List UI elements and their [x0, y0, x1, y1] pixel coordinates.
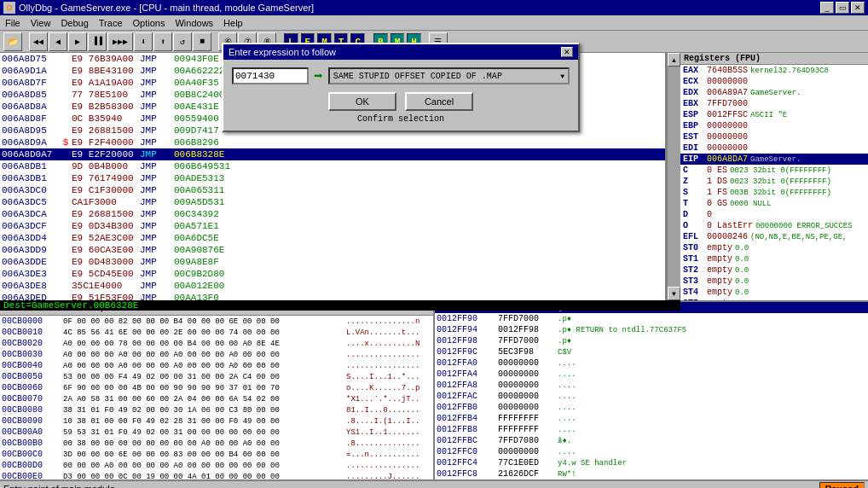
tb-step-back[interactable]: ◀ [49, 32, 67, 51]
restore-button[interactable]: ▭ [836, 2, 849, 14]
disasm-row[interactable]: 006A3DD4 E9 52AE3C00 JMP 00A6DC5E [0, 232, 665, 244]
disasm-row[interactable]: 006A3DE8 35C1E4000 JMP 00A012E00 [0, 280, 665, 292]
register-row[interactable]: EBX 7FFD7000 [680, 98, 868, 109]
menu-view[interactable]: View [26, 15, 56, 30]
stack-row[interactable]: 0012FFB8 FFFFFFFF .... [435, 424, 868, 435]
scroll-down[interactable]: ▼ [668, 287, 680, 300]
disasm-row[interactable]: 006A3DB1 E9 76174900 JMP 00ADE5313 [0, 172, 665, 184]
disasm-row[interactable]: 006A8D0A7 E9 E2F20000 JMP 006B8328E [0, 148, 665, 160]
hex-view[interactable]: 00CB0000 0F 00 00 00 82 00 00 00 B4 00 0… [0, 316, 433, 479]
hex-row[interactable]: 00CB0000 0F 00 00 00 82 00 00 00 B4 00 0… [0, 316, 433, 327]
register-row[interactable]: T 0 GS 0000 NULL [680, 198, 868, 209]
stack-panel[interactable]: 0012FF80 C764D3C45 [E 0012FF90 7FFD7000 … [435, 302, 868, 479]
scroll-up[interactable]: ▲ [668, 53, 680, 67]
hex-row[interactable]: 00CB00E0 D3 00 00 00 0C 00 19 00 00 4A 0… [0, 471, 433, 479]
disasm-scrollbar[interactable]: ▲ ▼ [667, 53, 680, 300]
hex-row[interactable]: 00CB0010 4C 85 56 41 6E 00 00 00 2E 00 0… [0, 327, 433, 338]
register-row[interactable]: EFL 00000246 (NO,NB,E,BE,NS,PE,GE, [680, 231, 868, 242]
close-button[interactable]: ✕ [851, 2, 865, 14]
menu-file[interactable]: File [0, 15, 26, 30]
ok-button[interactable]: OK [328, 92, 396, 111]
stack-row[interactable]: 0012FF98 7FFD7000 .p♦ [435, 335, 868, 346]
disasm-row[interactable]: 006A3DED E9 51F53F00 JMP 00AA13F0 [0, 292, 665, 300]
stack-row[interactable]: 0012FFB0 00000000 .... [435, 402, 868, 413]
hex-row[interactable]: 00CB0090 10 38 01 00 00 F0 49 02 28 31 0… [0, 415, 433, 427]
register-row[interactable]: ST4 empty 0.0 [680, 287, 868, 298]
register-row[interactable]: ECX 00000000 [680, 76, 868, 87]
stack-row[interactable]: 0012FFA8 00000000 .... [435, 380, 868, 391]
stack-row[interactable]: 0012FFA4 00000000 .... [435, 369, 868, 380]
register-row[interactable]: ST1 empty 0.0 [680, 253, 868, 264]
tb-stop[interactable]: ■ [193, 32, 211, 51]
stack-row[interactable]: 0012FF9C 5EC3F98 C$V [435, 346, 868, 357]
disasm-operand: 006B8296 [174, 137, 219, 148]
disasm-row[interactable]: 006A3DD9 E9 60CA3E00 JMP 00A90876E [0, 244, 665, 256]
stack-row[interactable]: 0012FFC4 77C1E0ED y4.w SE handler [435, 457, 868, 468]
hex-row[interactable]: 00CB00B0 00 38 00 00 00 00 00 00 00 00 A… [0, 438, 433, 449]
stack-row[interactable]: 0012FFC0 00000000 .... [435, 446, 868, 457]
cancel-button[interactable]: Cancel [405, 92, 473, 111]
menu-help[interactable]: Help [218, 15, 248, 30]
stack-row[interactable]: 0012FFBC 7FFD7080 â♦. [435, 435, 868, 446]
hex-row[interactable]: 00CB0070 2A A0 58 31 00 00 60 00 2A 04 0… [0, 393, 433, 404]
tb-step-over[interactable]: ▶▶▶ [107, 32, 133, 51]
expression-input[interactable] [232, 67, 309, 84]
stack-view[interactable]: 0012FF80 C764D3C45 [E 0012FF90 7FFD7000 … [435, 302, 868, 479]
menu-windows[interactable]: Windows [170, 15, 218, 30]
tb-restart[interactable]: ↺ [173, 32, 192, 51]
register-row[interactable]: C 0 ES 0023 32bit 0(FFFFFFFF) [680, 165, 868, 176]
disasm-row[interactable]: 006A3DE3 E9 5CD45E00 JMP 00C9B2D80 [0, 268, 665, 280]
register-row[interactable]: ST2 empty 0.0 [680, 264, 868, 276]
register-row[interactable]: EDX 006A89A7 GameServer. [680, 87, 868, 98]
expression-dropdown[interactable]: SAME STUPID OFFSET COPIED OF .MAP ▼ [328, 67, 570, 84]
scroll-track[interactable] [668, 67, 680, 287]
register-row[interactable]: O 0 LastErr 00000000 ERROR_SUCCES [680, 220, 868, 231]
tb-run[interactable]: ▶ [68, 32, 87, 51]
register-row[interactable]: D 0 [680, 209, 868, 220]
disasm-row[interactable]: 006A3DCA E9 26881500 JMP 00C34392 [0, 208, 665, 220]
register-row[interactable]: EBP 00000000 [680, 120, 868, 131]
menu-trace[interactable]: Trace [94, 15, 128, 30]
hex-row[interactable]: 00CB00A0 59 53 31 01 F0 49 02 00 31 00 0… [0, 427, 433, 438]
tb-step-into[interactable]: ⬇ [134, 32, 153, 51]
register-row[interactable]: EIP 006A8DA7 GameServer. [680, 154, 868, 165]
register-row[interactable]: ST3 empty 0.0 [680, 276, 868, 287]
disasm-row[interactable]: 006A8D9A $ E9 F2F40000 JMP 006B8296 [0, 137, 665, 148]
register-row[interactable]: Z 1 DS 0023 32bit 0(FFFFFFFF) [680, 176, 868, 187]
expression-dialog[interactable]: Enter expression to follow ✕ ➡ SAME STUP… [222, 43, 580, 132]
stack-row[interactable]: 0012FFAC 00000000 .... [435, 391, 868, 402]
disasm-row[interactable]: 006A3DC5 CA1F3000 JMP 009A5D531 [0, 196, 665, 208]
dialog-close-button[interactable]: ✕ [561, 47, 573, 57]
register-row[interactable]: ST5 empty 0.0 [680, 298, 868, 300]
tb-pause[interactable]: ▐▐ [88, 32, 107, 51]
hex-row[interactable]: 00CB0020 A0 00 00 00 78 00 00 00 00 B4 0… [0, 338, 433, 349]
register-row[interactable]: EST 00000000 [680, 131, 868, 142]
hex-row[interactable]: 00CB00D0 00 00 00 A0 00 00 00 00 A0 00 0… [0, 460, 433, 471]
stack-row[interactable]: 0012FFB4 FFFFFFFF .... [435, 413, 868, 424]
stack-row[interactable]: 0012FF90 7FFD7000 .p♦ [435, 313, 868, 324]
stack-row[interactable]: 0012FF94 0012FF98 .p♦ RETURN to ntdll.77… [435, 324, 868, 335]
menu-debug[interactable]: Debug [55, 15, 93, 30]
stack-row[interactable]: 0012FFA0 00000000 .... [435, 357, 868, 369]
tb-step-out[interactable]: ⬆ [153, 32, 172, 51]
register-row[interactable]: ST0 empty 0.0 [680, 242, 868, 253]
hex-row[interactable]: 00CB0050 53 00 00 00 F4 49 02 00 00 31 0… [0, 371, 433, 382]
disasm-row[interactable]: 006A8DB1 9D 0B4B000 JMP 006B649531 [0, 160, 665, 172]
tb-back[interactable]: ◀◀ [29, 32, 48, 51]
register-row[interactable]: EAX 7640B5SS kernel32.764D93C8 [680, 65, 868, 76]
disasm-row[interactable]: 006A3DCF E9 0D34B300 JMP 00A571E1 [0, 220, 665, 232]
disasm-row[interactable]: 006A3DDE E9 0D483000 JMP 009A8E8F [0, 256, 665, 268]
register-row[interactable]: EDI 00000000 [680, 142, 868, 154]
register-row[interactable]: ESP 0012FFSC ASCII "E [680, 109, 868, 120]
register-row[interactable]: S 1 FS 003B 32bit 0(FFFFFFFF) [680, 187, 868, 198]
hex-row[interactable]: 00CB0040 A0 00 00 00 A0 00 00 00 A0 00 0… [0, 360, 433, 371]
hex-row[interactable]: 00CB00C0 3D 00 00 00 6E 00 00 00 83 00 0… [0, 449, 433, 460]
tb-open[interactable]: 📂 [3, 32, 22, 51]
hex-row[interactable]: 00CB0060 6F 90 00 00 00 4B 00 00 90 90 9… [0, 382, 433, 393]
hex-row[interactable]: 00CB0030 A0 00 00 00 A0 00 00 00 A0 00 0… [0, 349, 433, 360]
stack-row[interactable]: 0012FFC8 21626DCF RW*! [435, 468, 868, 479]
minimize-button[interactable]: _ [820, 2, 834, 14]
disasm-row[interactable]: 006A3DC0 E9 C1F30000 JMP 00A065311 [0, 184, 665, 196]
hex-row[interactable]: 00CB0080 38 31 01 F0 49 02 00 00 30 1A 0… [0, 404, 433, 415]
menu-options[interactable]: Options [128, 15, 171, 30]
